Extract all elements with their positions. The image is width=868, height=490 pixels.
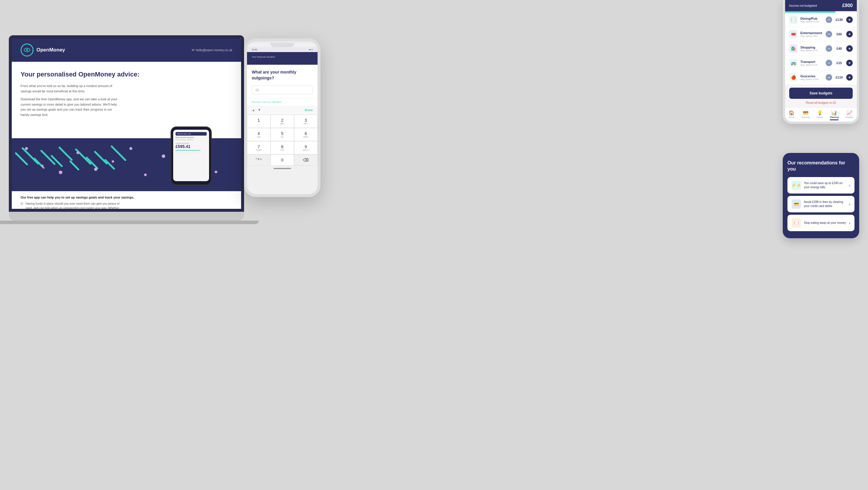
entertainment-minus-btn[interactable]: − — [826, 31, 832, 37]
credit-rec-text: Avoid £288 in fees by clearing your cred… — [804, 200, 846, 208]
shopping-minus-btn[interactable]: − — [826, 45, 832, 52]
nav-advice-label: Advice — [817, 116, 823, 118]
svg-point-1 — [26, 49, 28, 51]
nav-advice[interactable]: 💡 Advice — [817, 110, 823, 120]
key-6[interactable]: 6MNO — [294, 128, 317, 141]
transport-plus-btn[interactable]: + — [846, 60, 853, 66]
input-area: £0 — [247, 86, 317, 98]
transport-info: Transport Avg. spend: £15 — [800, 60, 826, 66]
key-special[interactable]: * # + — [247, 154, 271, 165]
income-header: Income not budgeted £900 — [785, 0, 857, 11]
nav-accounts[interactable]: 💳 Accounts — [801, 110, 810, 120]
dining-icon: 🍽️ — [789, 16, 798, 24]
nav-planning-label: Planning — [830, 116, 839, 118]
key-4[interactable]: 4GHI — [247, 128, 271, 141]
centre-phone: 12:51 ▪▪▪ ▪ Your financial situation Wha… — [244, 38, 320, 197]
category-row-groceries: 🍎 Groceries Avg. spend: £110 − £110 + — [785, 70, 857, 85]
done-button[interactable]: Done — [305, 108, 313, 112]
laptop-body: Your personalised OpenMoney advice: From… — [12, 62, 241, 191]
arrow-down[interactable]: ▼ — [257, 108, 261, 112]
accounts-icon: 💳 — [803, 110, 809, 116]
shopping-controls: − £40 + — [826, 45, 853, 52]
nav-arrows: ▲ ▼ — [252, 108, 261, 112]
mini-balance: £595.41 — [176, 144, 207, 149]
nav-accounts-label: Accounts — [801, 116, 810, 118]
nav-analysis[interactable]: 📈 Analysis — [846, 110, 853, 120]
reset-budgets-link[interactable]: Reset all budgets to £0 — [785, 100, 857, 108]
shopping-plus-btn[interactable]: + — [846, 45, 853, 52]
phone-header: Your financial situation — [247, 52, 317, 65]
mini-date: For the 1st May - 30th May — [176, 139, 207, 141]
mini-greeting: Welcome back, Leah — [176, 132, 207, 135]
laptop-screen: OpenMoney ✉ hello@open-money.co.uk Your … — [9, 35, 244, 212]
recommendations-phone: Our recommendations for you ⚡⚡ You could… — [783, 153, 859, 238]
groceries-plus-btn[interactable]: + — [846, 74, 853, 81]
laptop-base-bottom — [0, 221, 259, 224]
key-8[interactable]: 8TUV — [271, 141, 294, 154]
nav-home-label: Home — [788, 116, 794, 118]
key-3[interactable]: 3DEF — [294, 115, 317, 128]
dining-plus-btn[interactable]: + — [846, 17, 853, 23]
header-subtitle: Your financial situation — [252, 56, 313, 58]
nav-planning[interactable]: 📊 Planning — [830, 110, 839, 120]
planning-icon: 📊 — [831, 110, 837, 116]
category-row-dining: 🍽️ Dining/Pub Avg. spend: £150 − £130 + — [785, 13, 857, 27]
advice-icon: 💡 — [817, 110, 823, 116]
entertainment-icon: 🎟️ — [789, 30, 798, 38]
bottom-nav: 🏠 Home 💳 Accounts 💡 Advice 📊 Planning 📈 … — [785, 108, 857, 121]
rec-card-credit[interactable]: 💳 Avoid £288 in fees by clearing your cr… — [787, 196, 855, 212]
key-5[interactable]: 5JKL — [271, 128, 294, 141]
transport-icon: 🚌 — [789, 59, 798, 67]
budget-phone: Income not budgeted £900 🍽️ Dining/Pub A… — [783, 0, 859, 124]
footer-desc: ☑ Having funds in place should you ever … — [21, 202, 121, 212]
dining-controls: − £130 + — [826, 17, 853, 23]
key-7[interactable]: 7PQRS — [247, 141, 271, 154]
key-9[interactable]: 9WXYZ — [294, 141, 317, 154]
arrow-up[interactable]: ▲ — [252, 108, 255, 112]
groceries-icon: 🍎 — [789, 73, 798, 82]
calculator-note[interactable]: Not sure? Use our calculator — [247, 98, 317, 105]
entertainment-controls: − £60 + — [826, 31, 853, 37]
category-row-transport: 🚌 Transport Avg. spend: £15 − £15 + — [785, 56, 857, 70]
key-2[interactable]: 2ABC — [271, 115, 294, 128]
dining-info: Dining/Pub Avg. spend: £150 — [800, 17, 826, 23]
home-icon: 🏠 — [788, 110, 795, 116]
mini-sub: Here are your accounts: — [176, 136, 207, 138]
key-backspace[interactable]: ⌫ — [294, 154, 317, 165]
credit-arrow-icon: › — [849, 202, 850, 207]
nav-home[interactable]: 🏠 Home — [788, 110, 795, 120]
contact-email: ✉ hello@open-money.co.uk — [192, 48, 232, 52]
transport-minus-btn[interactable]: − — [826, 60, 832, 66]
energy-arrow-icon: › — [849, 183, 850, 188]
rec-card-energy[interactable]: ⚡⚡ You could save up to £240 on your ene… — [787, 177, 855, 193]
entertainment-amount: £60 — [834, 32, 844, 36]
signal-icons: ▪▪▪ ▪ — [309, 48, 313, 51]
description-2: Download the free OpenMoney app, and we … — [21, 97, 121, 117]
analysis-icon: 📈 — [846, 110, 852, 116]
eating-arrow-icon: › — [849, 221, 850, 225]
energy-icon: ⚡⚡ — [792, 181, 801, 190]
nav-active-indicator — [830, 119, 839, 120]
key-1[interactable]: 1 — [247, 115, 271, 128]
key-0[interactable]: 0 — [271, 154, 294, 165]
logo: OpenMoney — [21, 43, 65, 57]
dining-minus-btn[interactable]: − — [826, 17, 832, 23]
rec-card-eating[interactable]: 🍽️ Stop eating away at your money › — [787, 215, 855, 231]
save-budgets-button[interactable]: Save budgets — [789, 88, 853, 99]
dining-amount: £130 — [834, 18, 844, 22]
groceries-minus-btn[interactable]: − — [826, 74, 832, 81]
groceries-info: Groceries Avg. spend: £110 — [800, 74, 826, 81]
energy-rec-text: You could save up to £240 on your energy… — [804, 181, 846, 189]
category-row-shopping: 🛍️ Shopping Avg. spend: £75 − £40 + — [785, 41, 857, 56]
amount-input[interactable]: £0 — [252, 86, 313, 94]
entertainment-plus-btn[interactable]: + — [846, 31, 853, 37]
numpad: 1 2ABC 3DEF 4GHI 5JKL 6MNO 7PQRS 8TUV 9W… — [247, 115, 317, 165]
credit-icon: 💳 — [792, 200, 801, 209]
mini-phone-screen: Welcome back, Leah Here are your account… — [173, 130, 209, 181]
shopping-icon: 🛍️ — [789, 44, 798, 53]
numpad-nav: ▲ ▼ Done — [247, 105, 317, 115]
groceries-amount: £110 — [834, 75, 844, 79]
logo-circle — [21, 43, 33, 57]
shopping-amount: £40 — [834, 47, 844, 50]
laptop-device: OpenMoney ✉ hello@open-money.co.uk Your … — [9, 35, 244, 224]
